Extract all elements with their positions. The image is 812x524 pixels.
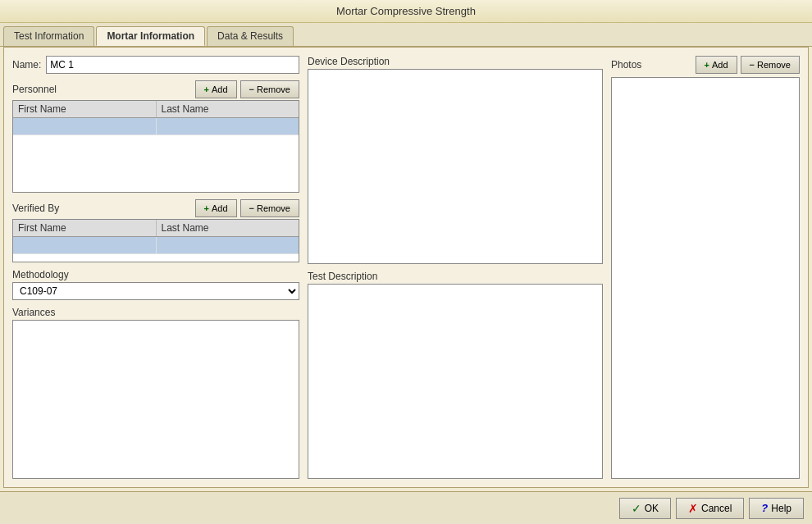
tab-mortar-information[interactable]: Mortar Information <box>96 26 205 46</box>
variances-section: Variances <box>12 307 299 479</box>
device-description-label: Device Description <box>308 56 603 67</box>
name-input[interactable] <box>46 56 299 74</box>
question-icon: ? <box>761 502 768 514</box>
plus-icon-2: + <box>204 203 209 213</box>
photos-area <box>611 77 800 479</box>
personnel-col-firstname: First Name <box>13 101 157 117</box>
verified-by-grid-header: First Name Last Name <box>13 220 299 237</box>
content-area: Name: Personnel + Add − Remove <box>3 47 809 488</box>
photos-add-button[interactable]: + Add <box>696 56 737 74</box>
verified-by-remove-button[interactable]: − Remove <box>240 199 299 217</box>
verified-by-grid-body <box>13 237 299 262</box>
methodology-select[interactable]: C109-07 <box>12 282 299 300</box>
left-panel: Name: Personnel + Add − Remove <box>12 56 299 479</box>
verified-by-section: Verified By + Add − Remove <box>12 199 299 262</box>
variances-textarea[interactable] <box>12 320 299 479</box>
personnel-btn-group: + Add − Remove <box>195 80 299 98</box>
personnel-remove-button[interactable]: − Remove <box>240 80 299 98</box>
tab-data-results[interactable]: Data & Results <box>207 26 294 46</box>
verified-by-add-button[interactable]: + Add <box>195 199 237 217</box>
device-description-section: Device Description <box>308 56 603 264</box>
tabs-bar: Test Information Mortar Information Data… <box>0 23 812 47</box>
photos-header: Photos + Add − Remove <box>611 56 800 74</box>
window-title: Mortar Compressive Strength <box>0 0 812 23</box>
verified-by-grid: First Name Last Name <box>12 219 299 262</box>
middle-panel: Device Description Test Description <box>308 56 603 479</box>
verified-col-firstname: First Name <box>13 220 157 236</box>
test-description-section: Test Description <box>308 271 603 479</box>
personnel-firstname-cell <box>13 118 157 134</box>
main-container: Test Information Mortar Information Data… <box>0 23 812 524</box>
personnel-grid-header: First Name Last Name <box>13 101 299 118</box>
plus-icon-3: + <box>705 60 709 70</box>
x-icon: ✗ <box>688 502 698 515</box>
check-icon: ✓ <box>632 502 641 515</box>
verified-firstname-cell <box>13 237 157 253</box>
test-description-textarea[interactable] <box>308 284 603 479</box>
methodology-label: Methodology <box>12 269 299 280</box>
verified-col-lastname: Last Name <box>157 220 299 236</box>
variances-label: Variances <box>12 307 299 318</box>
device-description-textarea[interactable] <box>308 69 603 264</box>
personnel-label: Personnel <box>12 84 57 95</box>
test-description-label: Test Description <box>308 271 603 282</box>
verified-by-header: Verified By + Add − Remove <box>12 199 299 217</box>
minus-icon-2: − <box>249 203 254 213</box>
verified-by-btn-group: + Add − Remove <box>195 199 299 217</box>
personnel-header: Personnel + Add − Remove <box>12 80 299 98</box>
table-row[interactable] <box>13 118 299 135</box>
minus-icon: − <box>249 84 254 94</box>
name-label: Name: <box>12 59 41 71</box>
personnel-add-button[interactable]: + Add <box>195 80 237 98</box>
tab-test-information[interactable]: Test Information <box>3 26 94 46</box>
bottom-bar: ✓ OK ✗ Cancel ? Help <box>0 491 812 524</box>
help-button[interactable]: ? Help <box>749 498 804 519</box>
personnel-section: Personnel + Add − Remove <box>12 80 299 193</box>
right-panel: Photos + Add − Remove <box>611 56 800 479</box>
photos-btn-group: + Add − Remove <box>696 56 800 74</box>
personnel-col-lastname: Last Name <box>157 101 299 117</box>
personnel-lastname-cell <box>157 118 299 134</box>
cancel-button[interactable]: ✗ Cancel <box>676 498 744 519</box>
photos-label: Photos <box>611 59 641 71</box>
table-row[interactable] <box>13 237 299 254</box>
personnel-grid: First Name Last Name <box>12 100 299 193</box>
ok-button[interactable]: ✓ OK <box>619 498 671 519</box>
methodology-section: Methodology C109-07 <box>12 269 299 300</box>
photos-remove-button[interactable]: − Remove <box>741 56 800 74</box>
name-row: Name: <box>12 56 299 74</box>
minus-icon-3: − <box>750 60 755 70</box>
verified-by-label: Verified By <box>12 203 59 214</box>
verified-lastname-cell <box>157 237 299 253</box>
personnel-grid-body <box>13 118 299 192</box>
plus-icon: + <box>204 84 209 94</box>
